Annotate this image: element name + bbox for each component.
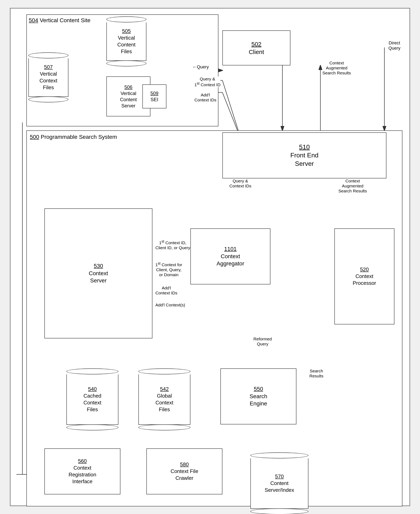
content-server-index-cylinder: 570 ContentServer/Index <box>250 452 308 514</box>
label-first-context-id: 1st Context ID,Client ID, or Query <box>155 239 190 250</box>
id-506: 506 <box>124 84 132 90</box>
label-context-augmented-top: ContextAugmentedSearch Results <box>322 60 351 76</box>
pss-label: 500 Programmable Search System <box>30 134 117 140</box>
cp-label: ContextProcessor <box>352 273 376 287</box>
id-542: 542 <box>155 386 173 393</box>
label-first-context-client: 1st Context forClient, Query,or Domain <box>155 261 182 277</box>
label-reformed-query: ReformedQuery <box>253 336 272 346</box>
id-560: 560 <box>78 458 87 465</box>
context-reg-interface-box: 560 ContextRegistrationInterface <box>45 448 120 494</box>
id-500: 500 <box>30 134 39 140</box>
vcxf-label: VerticalContextFiles <box>39 71 57 91</box>
id-580: 580 <box>180 461 189 468</box>
cached-context-files-cylinder: 540 CachedContextFiles <box>66 368 118 430</box>
vcs-label: Vertical Content Site <box>40 17 90 24</box>
context-processor-box: 520 ContextProcessor <box>334 228 394 324</box>
search-engine-box: 550 SearchEngine <box>220 368 296 425</box>
id-507: 507 <box>39 64 57 71</box>
vertical-context-files-cylinder: 507 VerticalContextFiles <box>28 52 68 102</box>
label-query: ←Query <box>192 64 209 70</box>
cri-label: ContextRegistrationInterface <box>69 465 96 485</box>
client-label: Client <box>249 48 264 56</box>
cs-label: ContextServer <box>89 270 108 284</box>
pss-text: Programmable Search System <box>41 134 117 140</box>
se-label: SearchEngine <box>250 393 267 407</box>
id-550: 550 <box>254 385 263 393</box>
vcs-label2: VerticalContentServer <box>120 90 137 109</box>
client-box: 502 Client <box>222 30 290 65</box>
label-search-results: SearchResults <box>309 368 323 378</box>
label-query-context-id: Query &1st Context ID <box>195 76 220 87</box>
global-context-files-cylinder: 542 GlobalContextFiles <box>138 368 190 430</box>
sei-box: 509 SEI <box>142 84 166 108</box>
sei-label: SEI <box>150 97 158 103</box>
vcf-label: VerticalContentFiles <box>117 35 135 55</box>
fes-label: Front EndServer <box>290 151 319 168</box>
context-file-crawler-box: 580 Context FileCrawler <box>146 448 222 494</box>
context-aggregator-box: 1101 ContextAggregator <box>190 228 270 284</box>
id-505: 505 <box>117 28 135 35</box>
id-509: 509 <box>150 90 158 97</box>
context-server-box: 530 ContextServer <box>45 209 152 338</box>
label-context-augmented-right: ContextAugmentedSearch Results <box>338 179 367 194</box>
id-570: 570 <box>265 473 294 480</box>
id-540: 540 <box>83 386 101 393</box>
front-end-server-box: 510 Front EndServer <box>222 132 386 179</box>
csi-label: ContentServer/Index <box>265 480 294 494</box>
cfc-label: Context FileCrawler <box>171 468 198 482</box>
gcf-label: GlobalContextFiles <box>155 393 173 413</box>
vertical-content-files-cylinder: 505 VerticalContentFiles <box>106 16 146 67</box>
label-direct-query: DirectQuery <box>388 40 400 51</box>
label-query-context-ids: Query &Context IDs <box>229 179 251 188</box>
id-502: 502 <box>251 40 261 48</box>
id-520: 520 <box>360 266 369 273</box>
id-530: 530 <box>94 262 103 270</box>
id-510: 510 <box>299 143 310 151</box>
diagram-container: 504 Vertical Content Site 505 VerticalCo… <box>10 8 410 506</box>
label-addl-contexts: Add'l Context(s) <box>155 302 185 307</box>
id-504: 504 <box>29 17 38 24</box>
label-addl-context-ids-mid: Add'lContext IDs <box>155 285 177 295</box>
ccf-label: CachedContextFiles <box>83 393 101 413</box>
ca-label: ContextAggregator <box>217 253 244 267</box>
id-1101: 1101 <box>224 246 237 253</box>
label-addl-context-ids-top: Add'lContext IDs <box>195 92 216 102</box>
vertical-content-site-label: 504 Vertical Content Site <box>29 17 90 24</box>
